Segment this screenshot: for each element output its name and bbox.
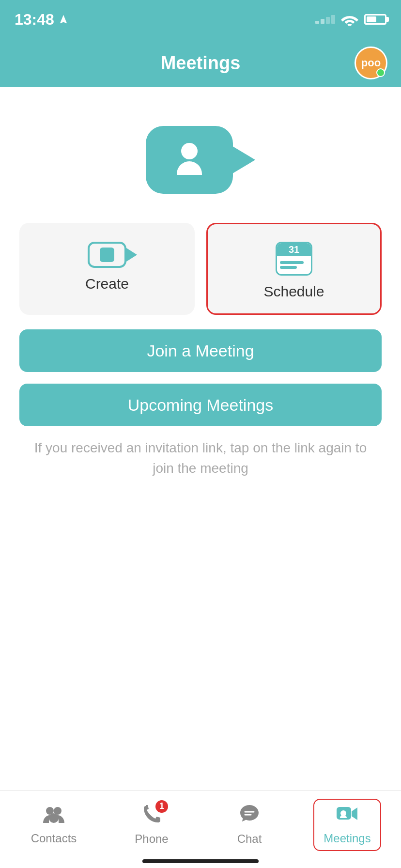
bottom-navigation: Contacts 1 Phone Chat	[0, 790, 401, 868]
nav-item-contacts[interactable]: Contacts	[20, 800, 88, 850]
create-camera-icon	[88, 242, 126, 268]
schedule-label: Schedule	[263, 283, 324, 300]
battery-icon	[364, 14, 386, 25]
meetings-icon	[336, 805, 358, 828]
nav-item-chat[interactable]: Chat	[216, 799, 283, 851]
calendar-line-1	[280, 261, 304, 264]
contacts-icon	[43, 805, 64, 828]
schedule-calendar-icon: 31	[276, 242, 312, 276]
schedule-card[interactable]: 31 Schedule	[206, 223, 382, 315]
svg-point-2	[49, 813, 59, 823]
meetings-label: Meetings	[324, 832, 370, 845]
location-icon	[58, 14, 69, 25]
home-indicator	[142, 859, 259, 863]
join-meeting-button[interactable]: Join a Meeting	[19, 329, 382, 372]
phone-icon: 1	[142, 804, 161, 828]
upcoming-meetings-button[interactable]: Upcoming Meetings	[19, 384, 382, 426]
chat-label: Chat	[237, 832, 262, 846]
nav-item-meetings[interactable]: Meetings	[313, 799, 381, 851]
video-icon-area	[19, 87, 382, 223]
chat-icon	[239, 804, 260, 828]
status-time: 13:48	[15, 11, 69, 29]
create-icon-container	[88, 242, 126, 268]
main-content: Create 31 Schedule Join a Meeting Upcomi…	[0, 87, 401, 479]
status-icons	[315, 13, 386, 26]
contacts-label: Contacts	[31, 832, 77, 845]
person-icon	[172, 143, 206, 177]
user-avatar[interactable]: poo	[355, 46, 387, 79]
page-title: Meetings	[161, 53, 241, 74]
signal-bars	[315, 15, 335, 24]
wifi-icon	[341, 13, 358, 26]
phone-label: Phone	[135, 832, 168, 846]
online-status-dot	[376, 68, 385, 77]
phone-badge: 1	[155, 800, 168, 813]
video-illustration	[146, 126, 255, 194]
info-text: If you received an invitation link, tap …	[19, 438, 382, 479]
calendar-line-2	[280, 266, 297, 269]
camera-lens	[231, 145, 255, 174]
app-header: Meetings poo	[0, 39, 401, 87]
calendar-body	[277, 256, 311, 274]
create-label: Create	[85, 276, 129, 292]
create-card[interactable]: Create	[19, 223, 195, 315]
status-bar: 13:48	[0, 0, 401, 39]
calendar-number: 31	[277, 243, 311, 256]
camera-body	[146, 126, 233, 194]
action-grid: Create 31 Schedule	[19, 223, 382, 315]
nav-item-phone[interactable]: 1 Phone	[118, 799, 185, 851]
